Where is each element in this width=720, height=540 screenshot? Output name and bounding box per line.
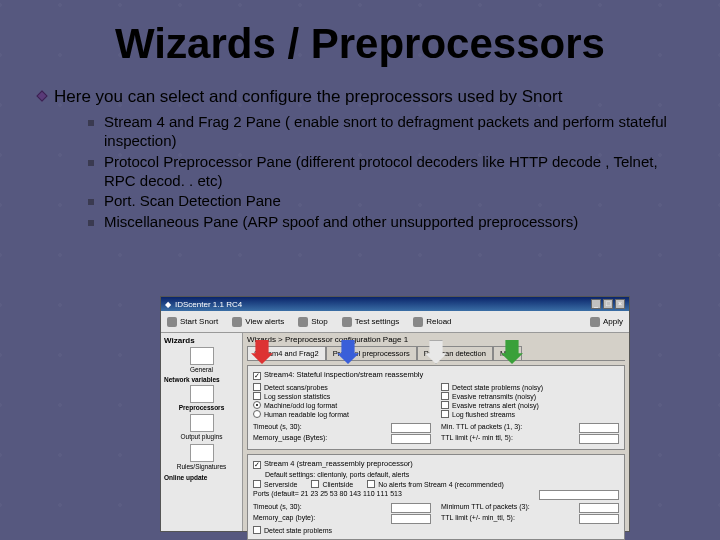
bullet-item: Miscellaneous Pane (ARP spoof and other … xyxy=(104,213,578,232)
minttl2-input[interactable] xyxy=(579,503,619,513)
stop-button[interactable]: Stop xyxy=(298,317,327,327)
detect-state2-checkbox[interactable] xyxy=(253,526,261,534)
apply-button[interactable]: Apply xyxy=(590,317,623,327)
bullet-list: Stream 4 and Frag 2 Pane ( enable snort … xyxy=(88,113,680,232)
timeout2-label: Timeout (s, 30): xyxy=(253,503,302,513)
view-alerts-button[interactable]: View alerts xyxy=(232,317,284,327)
intro-text: Here you can select and configure the pr… xyxy=(54,86,562,107)
minimize-icon[interactable]: _ xyxy=(591,299,601,309)
detect-state2-label: Detect state problems xyxy=(264,527,332,534)
noalerts-label: No alerts from Stream 4 (recommended) xyxy=(378,481,504,488)
window-title: IDScenter 1.1 RC4 xyxy=(175,300,242,309)
serverside-checkbox[interactable] xyxy=(253,480,261,488)
human-log-radio[interactable] xyxy=(253,410,261,418)
clientside-checkbox[interactable] xyxy=(311,480,319,488)
detect-scans-label: Detect scans/probes xyxy=(264,384,328,391)
reload-button[interactable]: Reload xyxy=(413,317,451,327)
reassembly-subtitle: Default settings: clientonly, ports defa… xyxy=(265,471,619,478)
output-icon xyxy=(190,414,214,432)
memcap-label: Memory_cap (byte): xyxy=(253,514,315,524)
evasive-retrans-checkbox[interactable] xyxy=(441,392,449,400)
detect-scans-checkbox[interactable] xyxy=(253,383,261,391)
slide-title: Wizards / Preprocessors xyxy=(0,0,720,86)
refresh-icon xyxy=(413,317,423,327)
bullet-square-icon xyxy=(88,120,94,126)
evasive-retrans-label: Evasive retransmits (noisy) xyxy=(452,393,536,400)
log-stats-label: Log session statistics xyxy=(264,393,330,400)
play-icon xyxy=(167,317,177,327)
human-log-label: Human readable log format xyxy=(264,411,349,418)
rules-icon xyxy=(190,444,214,462)
bullet-square-icon xyxy=(88,160,94,166)
tab-portscan[interactable]: Portscan detection xyxy=(417,346,493,360)
log-flushed-checkbox[interactable] xyxy=(441,410,449,418)
start-snort-button[interactable]: Start Snort xyxy=(167,317,218,327)
sidebar-item-rules[interactable]: Rules/Signatures xyxy=(164,444,239,470)
reassembly-enable-checkbox[interactable] xyxy=(253,461,261,469)
machine-log-label: Machine/odd log format xyxy=(264,402,337,409)
noalerts-checkbox[interactable] xyxy=(367,480,375,488)
bullet-square-icon xyxy=(88,220,94,226)
log-stats-checkbox[interactable] xyxy=(253,392,261,400)
stream4-enable-checkbox[interactable] xyxy=(253,372,261,380)
sidebar-item-preprocessors[interactable]: Preprocessors xyxy=(164,385,239,411)
serverside-label: Serverside xyxy=(264,481,297,488)
timeout-input[interactable] xyxy=(391,423,431,433)
check-icon xyxy=(590,317,600,327)
eye-icon xyxy=(232,317,242,327)
minttl-input[interactable] xyxy=(579,423,619,433)
stream4-title: Stream4: Stateful inspection/stream reas… xyxy=(264,370,423,379)
gear-icon xyxy=(342,317,352,327)
memcap-input[interactable] xyxy=(391,514,431,524)
ports-label: Ports (default= 21 23 25 53 80 143 110 1… xyxy=(253,490,402,500)
maximize-icon[interactable]: □ xyxy=(603,299,613,309)
bullet-item: Port. Scan Detection Pane xyxy=(104,192,281,211)
app-icon: ◆ xyxy=(165,300,171,309)
sidebar-item-update[interactable]: Online update xyxy=(164,474,239,481)
sidebar-item-general[interactable]: General xyxy=(164,347,239,373)
evasive-alert-checkbox[interactable] xyxy=(441,401,449,409)
stop-icon xyxy=(298,317,308,327)
stream4-groupbox: Stream4: Stateful inspection/stream reas… xyxy=(247,365,625,450)
minttl2-label: Minimum TTL of packets (3): xyxy=(441,503,530,513)
reassembly-groupbox: Stream 4 (stream_reassembly preprocessor… xyxy=(247,454,625,540)
log-flushed-label: Log flushed streams xyxy=(452,411,515,418)
tab-protocol[interactable]: Protocol preprocessors xyxy=(326,346,417,360)
bullet-item: Protocol Preprocessor Pane (different pr… xyxy=(104,153,680,191)
bullet-diamond-icon xyxy=(36,90,47,101)
memory-label: Memory_usage (Bytes): xyxy=(253,434,327,444)
sidebar: Wizards General Network variables Prepro… xyxy=(161,333,243,531)
machine-log-radio[interactable] xyxy=(253,401,261,409)
bullet-square-icon xyxy=(88,199,94,205)
wizard-icon xyxy=(190,347,214,365)
ttllimit-input[interactable] xyxy=(579,434,619,444)
sidebar-item-output[interactable]: Output plugins xyxy=(164,414,239,440)
app-screenshot: ◆ IDScenter 1.1 RC4 _ □ × Start Snort Vi… xyxy=(160,296,630,532)
ttllimit-label: TTL limit (+/- min ttl, 5): xyxy=(441,434,513,444)
minttl-label: Min. TTL of packets (1, 3): xyxy=(441,423,522,433)
timeout-label: Timeout (s, 30): xyxy=(253,423,302,433)
clientside-label: Clientside xyxy=(322,481,353,488)
window-titlebar: ◆ IDScenter 1.1 RC4 _ □ × xyxy=(161,297,629,311)
ttllimit2-input[interactable] xyxy=(579,514,619,524)
memory-input[interactable] xyxy=(391,434,431,444)
close-icon[interactable]: × xyxy=(615,299,625,309)
reassembly-title: Stream 4 (stream_reassembly preprocessor… xyxy=(264,459,413,468)
sidebar-heading: Wizards xyxy=(164,336,239,345)
ports-input[interactable] xyxy=(539,490,619,500)
test-settings-button[interactable]: Test settings xyxy=(342,317,399,327)
tab-bar: Stream4 and Frag2 Protocol preprocessors… xyxy=(247,346,625,361)
ttllimit2-label: TTL limit (+/- min_ttl, 5): xyxy=(441,514,515,524)
evasive-alert-label: Evasive retrans alert (noisy) xyxy=(452,402,539,409)
state-problems-label: Detect state problems (noisy) xyxy=(452,384,543,391)
sidebar-item-network-vars[interactable]: Network variables xyxy=(164,376,239,383)
state-problems-checkbox[interactable] xyxy=(441,383,449,391)
toolbar: Start Snort View alerts Stop Test settin… xyxy=(161,311,629,333)
bullet-item: Stream 4 and Frag 2 Pane ( enable snort … xyxy=(104,113,680,151)
timeout2-input[interactable] xyxy=(391,503,431,513)
main-panel: Wizards > Preprocessor configuration Pag… xyxy=(243,333,629,531)
module-icon xyxy=(190,385,214,403)
